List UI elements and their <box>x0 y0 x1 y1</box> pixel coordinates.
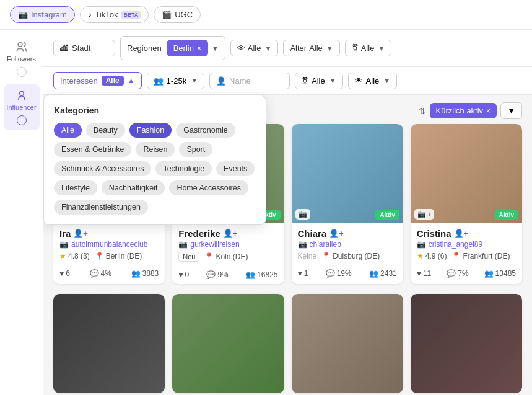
followers-dot[interactable] <box>17 67 27 77</box>
list-item[interactable]: 📷 Aktiv Chiara 👤+ 📷 chiaralieb Keine 📍 D… <box>292 124 403 284</box>
category-tag[interactable]: Lifestyle <box>54 180 97 195</box>
ugc-icon: 🎬 <box>162 10 172 19</box>
category-tag[interactable]: Gastronomie <box>176 123 235 138</box>
eye-filter[interactable]: 👁 Alle ▼ <box>348 73 398 89</box>
location-icon: 📍 <box>321 252 331 260</box>
card-stats: ★ 4.8 (3) 📍 Berlin (DE) <box>59 252 159 260</box>
category-tag[interactable]: Sport <box>179 142 212 157</box>
list-item[interactable] <box>53 294 165 393</box>
berlin-close-icon[interactable]: × <box>197 44 201 53</box>
active-filter-close-icon[interactable]: × <box>486 107 491 115</box>
comment-icon: 💬 <box>447 269 456 278</box>
location-icon: 📍 <box>95 252 104 260</box>
category-tag[interactable]: Alle <box>54 123 82 138</box>
category-tag[interactable]: Events <box>216 161 255 176</box>
all-badge: Alle <box>102 76 124 86</box>
interests-button[interactable]: Interessen Alle ▲ <box>53 72 142 89</box>
likes-metric: ♥ 0 <box>178 270 189 279</box>
category-tag[interactable]: Reisen <box>136 142 175 157</box>
sort-button[interactable]: ▼ <box>500 102 522 119</box>
card-body: Ira 👤+ 📷 autoimmunbalanceclub ★ 4.8 (3) … <box>53 223 165 265</box>
influencer-name: Frederike 👤+ <box>178 228 277 239</box>
person-add-icon[interactable]: 👤+ <box>329 229 344 238</box>
comment-icon: 💬 <box>206 270 216 279</box>
comments-metric: 💬 19% <box>326 269 352 278</box>
region-filter[interactable]: Regionen Berlin × ▼ <box>120 36 225 60</box>
category-tags-container: AlleBeautyFashionGastronomieEssen & Getr… <box>54 123 256 215</box>
city-display: 📍 Berlin (DE) <box>95 252 142 260</box>
gender-filter-secondary[interactable]: ⚧ Alle ▼ <box>295 73 343 89</box>
category-tag[interactable]: Beauty <box>86 123 125 138</box>
sidebar-item-followers[interactable]: Followers <box>4 36 40 82</box>
list-item[interactable]: 📷 ♪ Aktiv Cristina 👤+ 📷 cristina_angel89… <box>411 124 522 284</box>
category-tag[interactable]: Technologie <box>155 161 212 176</box>
keine-badge: Keine <box>298 252 317 260</box>
influencer-dot[interactable] <box>17 115 27 125</box>
alle-filter[interactable]: 👁 Alle ▼ <box>230 40 279 56</box>
followers-metric: 👥 13485 <box>484 269 516 278</box>
category-tag[interactable]: Finanzdienstleistungen <box>54 200 148 215</box>
card-stats: ★ 4.9 (6) 📍 Frankfurt (DE) <box>417 252 516 260</box>
star-icon: ★ <box>59 252 66 260</box>
instagram-small-icon: 📷 <box>417 240 426 249</box>
category-tag[interactable]: Schmuck & Accessoires <box>54 161 151 176</box>
card-body: Cristina 👤+ 📷 cristina_angel89 ★ 4.9 (6)… <box>411 223 522 265</box>
ugc-tab[interactable]: 🎬 UGC <box>154 6 201 23</box>
city-filter[interactable]: 🏙 Stadt <box>53 40 115 56</box>
person-add-icon[interactable]: 👤+ <box>223 229 238 238</box>
category-tag[interactable]: Essen & Getränke <box>54 142 131 157</box>
alter-filter[interactable]: Alter Alle ▼ <box>283 40 339 56</box>
likes-metric: ♥ 11 <box>417 269 431 278</box>
sidebar: Followers Influencer <box>0 30 43 395</box>
category-tag[interactable]: Nachhaltigkeit <box>102 180 165 195</box>
gender-filter-top[interactable]: ⚧ Alle ▼ <box>345 40 392 56</box>
instagram-tab[interactable]: 📷 Instagram <box>10 6 75 23</box>
active-chip[interactable]: Kürzlich aktiv × <box>430 103 497 118</box>
eye-chevron-icon: ▼ <box>383 77 390 84</box>
person-add-icon[interactable]: 👤+ <box>454 229 469 238</box>
influencer-handle: 📷 autoimmunbalanceclub <box>59 240 159 249</box>
instagram-small-icon: 📷 <box>178 240 188 249</box>
instagram-icon: 📷 <box>18 10 28 19</box>
sort-icon: ⇅ <box>419 106 426 116</box>
comment-icon: 💬 <box>326 269 335 278</box>
category-tag[interactable]: Fashion <box>129 123 172 138</box>
person-add-icon[interactable]: 👤+ <box>73 229 88 238</box>
berlin-chip[interactable]: Berlin × <box>167 40 208 56</box>
tiktok-tab[interactable]: ♪ TikTok BETA <box>80 6 149 23</box>
category-tag[interactable]: Home Accessoires <box>169 180 248 195</box>
platform-icon: 📷 ♪ <box>414 209 435 220</box>
followers-icon: 👥 <box>484 269 494 278</box>
star-icon: ★ <box>417 252 424 260</box>
card-stats: Keine 📍 Duisburg (DE) <box>298 252 397 260</box>
city-icon: 🏙 <box>60 43 68 53</box>
card-metrics: ♥ 11 💬 7% 👥 13485 <box>411 265 522 283</box>
aktiv-badge: Aktiv <box>495 210 518 220</box>
followers-metric: 👥 2431 <box>369 269 397 278</box>
rating-display: Keine <box>298 252 317 260</box>
filter-bar-secondary: Interessen Alle ▲ 👥 1-25k ▼ 👤 Name ⚧ All… <box>43 67 532 95</box>
card-stats: Neu 📍 Köln (DE) <box>178 252 277 262</box>
card-image <box>292 294 403 393</box>
gender-icon-secondary: ⚧ <box>302 76 308 86</box>
list-item[interactable] <box>411 294 522 393</box>
main-layout: Followers Influencer 🏙 Stadt Regionen Be… <box>0 30 532 395</box>
rating-display: ★ 4.8 (3) <box>59 252 90 260</box>
card-image: 📷 ♪ Aktiv <box>411 124 522 223</box>
new-badge: Neu <box>178 252 199 262</box>
followers-metric: 👥 16825 <box>246 270 277 279</box>
influencer-handle: 📷 gurkewillreisen <box>178 240 277 249</box>
list-item[interactable] <box>172 294 284 393</box>
followers-icon <box>15 41 28 53</box>
svg-point-0 <box>18 43 22 47</box>
top-nav: 📷 Instagram ♪ TikTok BETA 🎬 UGC <box>0 0 532 30</box>
main-content: 🏙 Stadt Regionen Berlin × ▼ 👁 Alle ▼ Alt… <box>43 30 532 395</box>
count-filter[interactable]: 👥 1-25k ▼ <box>147 73 204 89</box>
city-display: 📍 Frankfurt (DE) <box>451 252 510 260</box>
influencer-name: Chiara 👤+ <box>298 228 397 239</box>
heart-icon: ♥ <box>298 269 302 278</box>
name-filter[interactable]: 👤 Name <box>209 73 290 89</box>
list-item[interactable] <box>292 294 403 393</box>
sidebar-item-influencer[interactable]: Influencer <box>4 84 40 130</box>
alle-chevron-icon: ▼ <box>265 45 272 52</box>
